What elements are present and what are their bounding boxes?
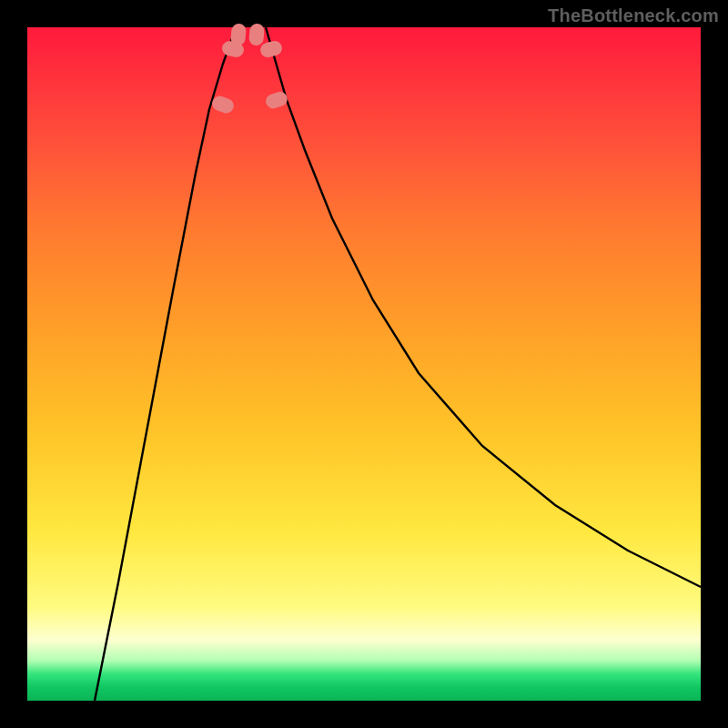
curve-left-branch <box>95 27 240 701</box>
curve-svg <box>27 27 701 701</box>
curve-right-branch <box>266 27 701 587</box>
attribution-text: TheBottleneck.com <box>548 5 719 26</box>
plot-area <box>27 27 701 701</box>
